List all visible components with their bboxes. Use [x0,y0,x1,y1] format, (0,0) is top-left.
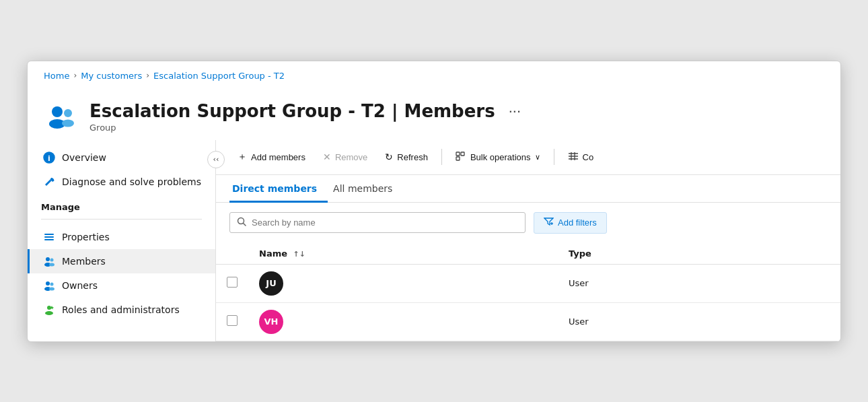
row-checkbox[interactable] [227,277,238,288]
svg-point-3 [62,119,74,127]
svg-point-11 [50,258,54,261]
columns-button[interactable]: Co [560,147,602,167]
search-input[interactable] [252,217,518,228]
sidebar-item-overview-label: Overview [62,152,106,163]
sidebar-item-diagnose[interactable]: Diagnose and solve problems [28,170,215,194]
page-subtitle: Group [89,123,523,133]
remove-button[interactable]: ✕ Remove [315,147,375,166]
col-header-type: Type [558,243,840,265]
sidebar-item-owners-label: Owners [62,280,98,291]
wrench-icon [43,176,55,188]
svg-point-18 [45,311,53,315]
svg-point-9 [46,257,50,261]
toolbar: ＋ Add members ✕ Remove ↻ Refresh [216,140,840,175]
body-layout: ‹‹ i Overview Di [28,140,840,341]
sidebar: ‹‹ i Overview Di [28,140,216,341]
svg-point-16 [49,287,55,290]
members-icon [43,255,55,267]
sidebar-item-diagnose-label: Diagnose and solve problems [62,176,201,187]
toolbar-separator-2 [554,149,554,165]
search-box [229,212,526,233]
info-icon: i [43,152,55,164]
svg-point-13 [46,281,50,286]
avatar: JU [259,271,283,296]
tab-direct-members[interactable]: Direct members [229,175,328,203]
breadcrumb-current: Escalation Support Group - T2 [153,71,285,81]
toolbar-separator-1 [441,149,442,165]
breadcrumb-customers[interactable]: My customers [81,71,142,81]
avatar: VH [259,310,283,334]
properties-icon [43,231,55,243]
svg-point-2 [64,109,72,117]
sidebar-item-overview[interactable]: i Overview [28,145,215,170]
svg-rect-8 [44,239,54,240]
search-filter-row: Add filters [216,203,840,243]
page-header: Escalation Support Group - T2 | Members … [28,86,840,140]
sidebar-item-members[interactable]: Members [28,249,215,273]
col-header-checkbox [216,243,248,265]
row-checkbox[interactable] [227,315,238,326]
sidebar-item-properties-label: Properties [62,232,110,242]
table-row: JU User [216,264,840,302]
tab-all-members[interactable]: All members [330,175,403,203]
svg-rect-21 [456,157,460,160]
page-title-group: Escalation Support Group - T2 | Members … [89,101,523,133]
roles-icon [43,304,55,316]
more-options-button[interactable]: ··· [506,104,523,119]
svg-point-15 [50,282,54,286]
group-icon [44,100,79,135]
breadcrumb: Home › My customers › Escalation Support… [28,61,840,86]
manage-section-label: Manage [28,194,215,216]
svg-text:i: i [48,154,50,162]
row-name-cell: VH [248,302,558,341]
add-members-button[interactable]: ＋ Add members [229,147,314,167]
owners-icon [43,279,55,292]
row-checkbox-cell[interactable] [216,302,248,341]
sidebar-item-members-label: Members [62,256,106,267]
sidebar-item-roles[interactable]: Roles and administrators [28,298,215,322]
svg-point-0 [52,106,63,117]
sidebar-item-roles-label: Roles and administrators [62,304,180,315]
main-content: ＋ Add members ✕ Remove ↻ Refresh [216,140,840,341]
svg-line-28 [244,224,246,226]
sidebar-collapse-button[interactable]: ‹‹ [207,151,225,168]
bulk-icon [456,151,466,164]
svg-rect-19 [456,152,460,156]
col-header-name[interactable]: Name ↑↓ [248,243,558,265]
bulk-operations-button[interactable]: Bulk operations ∨ [447,147,548,168]
svg-point-12 [49,263,55,266]
row-type-cell: User [558,302,840,341]
search-icon [237,217,246,228]
sort-icon: ↑↓ [293,250,305,259]
svg-rect-20 [461,152,464,156]
row-checkbox-cell[interactable] [216,264,248,302]
nav-divider [41,219,202,220]
page-title: Escalation Support Group - T2 | Members [89,101,495,121]
sidebar-item-properties[interactable]: Properties [28,225,215,249]
sidebar-item-owners[interactable]: Owners [28,273,215,298]
add-icon: ＋ [238,151,247,163]
breadcrumb-home[interactable]: Home [44,71,69,81]
svg-rect-7 [44,236,54,238]
bulk-ops-chevron-icon: ∨ [535,153,540,162]
row-name-cell: JU [248,264,558,302]
columns-icon [568,152,579,163]
members-table: Name ↑↓ Type JU User VH [216,243,840,341]
tabs: Direct members All members [216,175,840,203]
row-type-cell: User [558,264,840,302]
add-filters-button[interactable]: Add filters [534,212,607,234]
svg-rect-6 [44,234,54,235]
filter-plus-icon [544,217,554,229]
app-window: Home › My customers › Escalation Support… [27,61,841,342]
table-row: VH User [216,302,840,341]
refresh-icon: ↻ [385,152,393,162]
remove-icon: ✕ [323,152,331,162]
refresh-button[interactable]: ↻ Refresh [377,147,436,166]
